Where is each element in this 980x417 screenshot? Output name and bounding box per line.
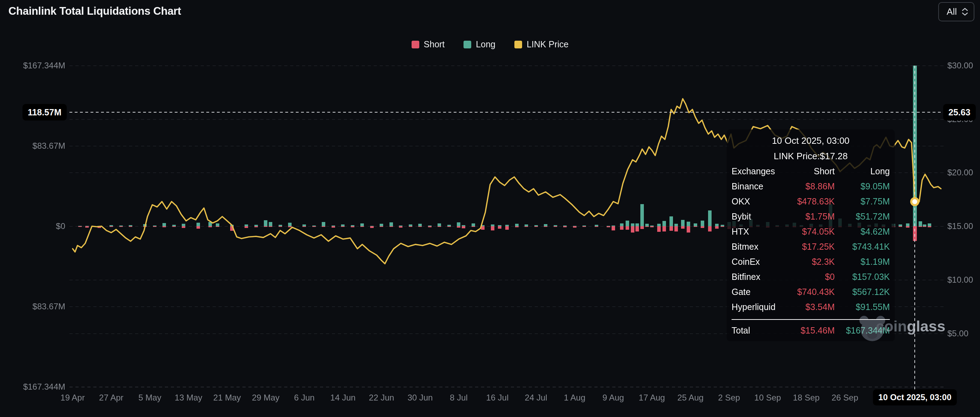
tooltip-long-cell: $7.75M [835, 197, 890, 206]
tooltip-exchange-row: HTX$74.05K$4.62M [732, 224, 890, 239]
tooltip-short-cell: $1.75M [779, 211, 835, 222]
legend-item-short[interactable]: Short [412, 39, 445, 49]
select-chevrons-icon [962, 8, 968, 16]
tooltip-name-cell: Gate [732, 287, 779, 297]
tooltip-header-row: ExchangesShortLong [732, 164, 890, 179]
tooltip-separator [732, 319, 890, 320]
time-range-value: All [947, 6, 957, 17]
legend-item-long[interactable]: Long [463, 39, 495, 49]
tooltip-short-cell: $17.25K [779, 242, 835, 252]
crosshair-left-value-box: 118.57M [22, 104, 67, 121]
tooltip-short-cell: $74.05K [779, 227, 835, 237]
tooltip-long-cell: $4.62M [835, 227, 890, 237]
time-range-select[interactable]: All [938, 2, 974, 21]
tooltip-name-cell: Hyperliquid [732, 302, 779, 312]
tooltip-long-cell: $157.03K [835, 272, 890, 282]
tooltip-price: LINK Price:$17.28 [732, 148, 890, 164]
tooltip-name-cell: HTX [732, 227, 779, 237]
tooltip-name-cell: Exchanges [732, 166, 779, 176]
tooltip-exchange-row: Bybit$1.75M$51.72M [732, 209, 890, 224]
legend-swatch-icon [412, 41, 419, 48]
tooltip-name-cell: Bitfinex [732, 272, 779, 282]
crosshair-right-value-box: 25.63 [943, 104, 976, 121]
legend-label: Long [476, 39, 495, 49]
chart-legend: ShortLongLINK Price [0, 39, 980, 49]
tooltip-exchange-row: Bitfinex$0$157.03K [732, 270, 890, 284]
tooltip-name-cell: OKX [732, 197, 779, 206]
tooltip-exchange-row: Binance$8.86M$9.05M [732, 179, 890, 194]
tooltip-exchange-row: OKX$478.63K$7.75M [732, 194, 890, 209]
tooltip-name-cell: Bitmex [732, 242, 779, 252]
tooltip-date: 10 Oct 2025, 03:00 [732, 133, 890, 148]
hover-tooltip: 10 Oct 2025, 03:00 LINK Price:$17.28 Exc… [727, 129, 895, 341]
crosshair-vertical-line [915, 66, 915, 390]
tooltip-long-cell: $1.19M [835, 257, 890, 267]
tooltip-long-cell: $91.55M [835, 302, 890, 312]
crosshair-date-box: 10 Oct 2025, 03:00 [873, 389, 956, 406]
legend-swatch-icon [463, 41, 471, 48]
legend-item-link-price[interactable]: LINK Price [514, 39, 568, 49]
legend-label: Short [424, 39, 445, 49]
tooltip-exchange-row: Gate$740.43K$567.12K [732, 284, 890, 300]
tooltip-short-cell: $8.86M [779, 181, 835, 192]
tooltip-short-cell: $0 [779, 272, 835, 282]
liquidations-chart-app: Chainlink Total Liquidations Chart All S… [0, 0, 980, 417]
tooltip-exchange-row: Bitmex$17.25K$743.41K [732, 239, 890, 254]
tooltip-total-row: Total $15.46M $167.344M [732, 323, 890, 338]
crosshair-price-dot [910, 197, 919, 206]
legend-swatch-icon [514, 41, 522, 48]
tooltip-long-cell: $51.72M [835, 211, 890, 222]
tooltip-name-cell: Binance [732, 181, 779, 192]
tooltip-short-cell: $478.63K [779, 197, 835, 206]
tooltip-long-cell: Long [835, 166, 890, 176]
tooltip-short-cell: $3.54M [779, 302, 835, 312]
tooltip-long-cell: $9.05M [835, 181, 890, 192]
tooltip-exchange-table: ExchangesShortLongBinance$8.86M$9.05MOKX… [732, 164, 890, 315]
tooltip-short-cell: $2.3K [779, 257, 835, 267]
crosshair-horizontal-line [70, 112, 945, 113]
tooltip-name-cell: Bybit [732, 211, 779, 222]
tooltip-long-cell: $743.41K [835, 242, 890, 252]
tooltip-exchange-row: CoinEx$2.3K$1.19M [732, 254, 890, 270]
tooltip-short-cell: $740.43K [779, 287, 835, 297]
tooltip-long-cell: $567.12K [835, 287, 890, 297]
tooltip-short-cell: Short [779, 166, 835, 176]
tooltip-name-cell: CoinEx [732, 257, 779, 267]
page-title: Chainlink Total Liquidations Chart [8, 5, 181, 17]
tooltip-exchange-row: Hyperliquid$3.54M$91.55M [732, 300, 890, 315]
legend-label: LINK Price [527, 39, 568, 49]
